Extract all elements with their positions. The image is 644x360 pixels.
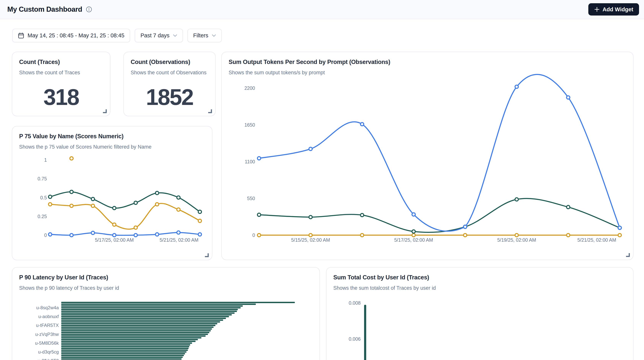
svg-text:u-8sq2w4a: u-8sq2w4a [36,305,59,310]
svg-text:u-aobnuxf: u-aobnuxf [38,314,59,319]
dashboard-header: My Custom Dashboard Add Widget [0,0,644,19]
resize-corner-icon[interactable] [208,109,212,113]
filters-label: Filters [193,32,208,39]
date-range-value: May 14, 25 : 08:45 - May 21, 25 : 08:45 [28,32,124,39]
resize-corner-icon[interactable] [205,253,209,257]
page-title: My Custom Dashboard [7,5,82,14]
widget-title: Count (Traces) [19,59,103,66]
widget-title: Count (Observations) [131,59,208,66]
resize-corner-icon[interactable] [626,253,630,257]
chevron-down-icon [212,34,216,37]
svg-text:1: 1 [44,157,47,163]
count-value: 1852 [124,82,215,112]
chevron-down-icon [173,34,177,37]
widget-cost-chart: Sum Total Cost by User Id (Traces) Shows… [326,267,634,360]
svg-text:5/21/25, 02:00 AM: 5/21/25, 02:00 AM [578,237,616,243]
svg-text:0.008: 0.008 [348,300,361,306]
widget-count-traces: Count (Traces) Shows the count of Traces… [12,52,110,116]
svg-text:u-d3qr5cg: u-d3qr5cg [38,349,59,354]
svg-text:0.5: 0.5 [40,195,47,200]
add-widget-button[interactable]: Add Widget [588,3,639,16]
svg-text:1650: 1650 [244,122,255,128]
svg-text:0.75: 0.75 [38,176,47,181]
date-range-picker[interactable]: May 14, 25 : 08:45 - May 21, 25 : 08:45 [12,29,130,42]
add-widget-label: Add Widget [602,6,633,13]
date-preset-select[interactable]: Past 7 days [135,29,183,42]
svg-text:2200: 2200 [244,85,255,91]
svg-text:u-8fVa9T3: u-8fVa9T3 [38,358,59,360]
filters-button[interactable]: Filters [188,29,222,42]
widget-count-observations: Count (Observations) Shows the count of … [124,52,216,116]
calendar-icon [18,32,24,39]
plus-icon [594,7,600,12]
widget-p75-chart: P 75 Value by Name (Scores Numeric) Show… [12,126,212,260]
svg-text:u-5M8D56k: u-5M8D56k [35,340,59,346]
date-preset-value: Past 7 days [140,32,170,39]
svg-text:0: 0 [252,232,255,238]
filter-row: May 14, 25 : 08:45 - May 21, 25 : 08:45 … [12,29,222,42]
svg-text:u-zVqP3hw: u-zVqP3hw [35,332,59,337]
cost-bar-chart: 0.0080.006 [326,267,634,360]
resize-corner-icon[interactable] [103,109,107,113]
p75-line-chart: 00.250.50.7515/17/25, 02:00 AM5/21/25, 0… [12,126,213,261]
svg-text:5/17/25, 02:00 AM: 5/17/25, 02:00 AM [95,237,134,243]
svg-text:u-tFAR5TX: u-tFAR5TX [36,323,59,328]
count-value: 318 [12,82,110,112]
widget-p90-chart: P 90 Latency by User Id (Traces) Shows t… [12,267,320,360]
svg-text:5/15/25, 02:00 AM: 5/15/25, 02:00 AM [291,237,330,243]
svg-text:5/21/25, 02:00 AM: 5/21/25, 02:00 AM [160,237,198,243]
widget-subtitle: Shows the count of Traces [19,70,103,76]
widget-tokens-chart: Sum Output Tokens Per Second by Prompt (… [221,52,634,260]
svg-text:5/19/25, 02:00 AM: 5/19/25, 02:00 AM [497,237,536,243]
svg-text:0.25: 0.25 [38,214,47,219]
info-icon[interactable] [86,6,92,13]
svg-text:550: 550 [247,196,255,201]
svg-text:0: 0 [44,232,47,238]
widget-subtitle: Shows the count of Observations [131,70,208,76]
svg-text:5/17/25, 02:00 AM: 5/17/25, 02:00 AM [394,237,433,243]
svg-text:0.006: 0.006 [348,336,361,342]
tokens-line-chart: 05501100165022005/15/25, 02:00 AM5/17/25… [222,52,634,260]
svg-text:1100: 1100 [245,159,255,164]
p90-bar-chart: u-8sq2w4au-aobnuxfu-tFAR5TXu-zVqP3hwu-5M… [12,267,320,360]
